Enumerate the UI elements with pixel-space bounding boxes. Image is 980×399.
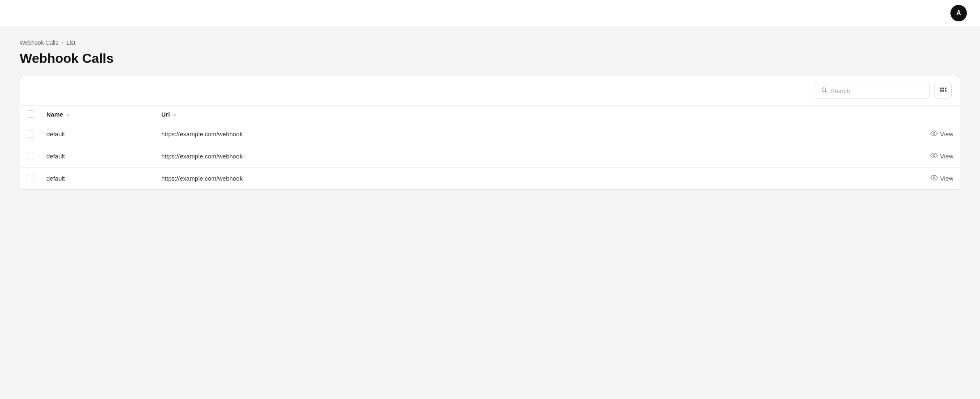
table-header: Name ⌄ Url ⌄ [20, 105, 960, 123]
svg-rect-3 [942, 88, 944, 89]
table-row: default https://example.com/webhook View [20, 145, 960, 167]
svg-rect-6 [942, 90, 944, 92]
row-url-2: https://example.com/webhook [161, 153, 904, 160]
view-label-3: View [940, 175, 953, 182]
svg-rect-4 [945, 88, 946, 89]
row-checkbox-cell-2 [27, 153, 46, 160]
svg-rect-2 [940, 88, 942, 89]
grid-icon [939, 87, 947, 95]
top-bar: A [0, 0, 980, 26]
row-name-3: default [46, 175, 161, 182]
main-content: Webhook Calls › List Webhook Calls [0, 26, 980, 203]
page-title: Webhook Calls [20, 51, 960, 66]
svg-point-9 [933, 155, 935, 157]
row-actions-2: View [904, 152, 953, 161]
column-url-label: Url [161, 111, 170, 118]
view-button-1[interactable]: View [930, 130, 953, 138]
column-header-url[interactable]: Url ⌄ [161, 110, 904, 118]
row-checkbox-cell-3 [27, 175, 46, 182]
sort-icon-url: ⌄ [172, 111, 176, 117]
row-name-2: default [46, 153, 161, 160]
sort-icon-name: ⌄ [66, 111, 70, 117]
row-checkbox-3[interactable] [27, 175, 34, 182]
row-checkbox-2[interactable] [27, 153, 34, 160]
eye-icon-3 [930, 174, 938, 183]
table-row: default https://example.com/webhook View [20, 123, 960, 145]
row-checkbox-1[interactable] [27, 131, 34, 138]
column-name-label: Name [46, 111, 63, 118]
svg-rect-7 [945, 90, 946, 92]
breadcrumb-current: List [66, 39, 76, 46]
column-header-name[interactable]: Name ⌄ [46, 110, 161, 118]
row-actions-3: View [904, 174, 953, 183]
search-input[interactable] [831, 87, 923, 94]
column-header-actions [904, 110, 953, 118]
svg-point-8 [933, 133, 935, 135]
view-label-1: View [940, 131, 953, 138]
view-button-2[interactable]: View [930, 152, 953, 161]
search-wrapper [815, 83, 930, 99]
table-row: default https://example.com/webhook View [20, 167, 960, 189]
row-name-1: default [46, 131, 161, 138]
svg-rect-5 [940, 90, 942, 92]
grid-view-button[interactable] [934, 83, 952, 99]
breadcrumb-separator: › [62, 40, 63, 46]
breadcrumb-parent[interactable]: Webhook Calls [20, 39, 58, 46]
view-label-2: View [940, 153, 953, 160]
svg-point-0 [822, 88, 826, 92]
header-checkbox-cell [27, 110, 46, 118]
svg-point-10 [933, 177, 935, 179]
row-url-1: https://example.com/webhook [161, 131, 904, 138]
search-icon [821, 87, 827, 95]
select-all-checkbox[interactable] [27, 110, 34, 118]
view-button-3[interactable]: View [930, 174, 953, 183]
table-container: Name ⌄ Url ⌄ default https://example.com… [20, 76, 960, 190]
breadcrumb: Webhook Calls › List [20, 39, 960, 46]
row-checkbox-cell-1 [27, 131, 46, 138]
eye-icon-1 [930, 130, 938, 138]
row-url-3: https://example.com/webhook [161, 175, 904, 182]
row-actions-1: View [904, 130, 953, 138]
eye-icon-2 [930, 152, 938, 161]
avatar[interactable]: A [950, 5, 967, 21]
toolbar [20, 76, 960, 105]
svg-line-1 [825, 91, 827, 92]
